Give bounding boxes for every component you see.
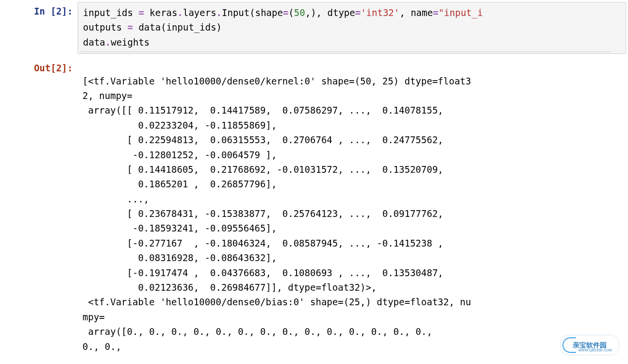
code-token: int32 xyxy=(366,7,394,18)
input-cell: In [2]: input_ids = keras.layers.Input(s… xyxy=(0,0,628,57)
code-token: = xyxy=(138,7,144,18)
code-token: name xyxy=(411,7,433,18)
code-token: ( xyxy=(161,22,166,33)
code-token: dtype xyxy=(328,7,355,18)
code-token xyxy=(133,22,138,33)
code-token: , xyxy=(399,7,411,18)
code-block: input_ids = keras.layers.Input(shape=(50… xyxy=(83,5,621,50)
code-token: = xyxy=(355,7,361,18)
code-token: ' xyxy=(394,7,399,18)
code-token: shape xyxy=(255,7,283,18)
code-token: input_ids xyxy=(166,22,216,33)
code-token: i xyxy=(477,7,482,18)
code-token: ( xyxy=(288,7,294,18)
code-token: Input xyxy=(222,7,249,18)
code-token: = xyxy=(433,7,438,18)
code-token: ) xyxy=(216,22,222,33)
code-token: weights xyxy=(111,37,149,48)
code-token: " xyxy=(438,7,444,18)
code-token: , xyxy=(316,7,328,18)
code-token: = xyxy=(283,7,288,18)
output-prompt: Out[2]: xyxy=(0,57,78,75)
code-token: , xyxy=(305,7,311,18)
output-area: [<tf.Variable 'hello10000/dense0/kernel:… xyxy=(78,57,628,364)
code-token: = xyxy=(128,22,133,33)
code-token xyxy=(144,7,149,18)
code-token: . xyxy=(216,7,222,18)
code-token: input_ids xyxy=(83,7,138,18)
code-token: input_ xyxy=(444,7,478,18)
code-token: layers xyxy=(183,7,216,18)
code-input-area[interactable]: input_ids = keras.layers.Input(shape=(50… xyxy=(78,2,626,54)
code-token: ' xyxy=(361,7,366,18)
code-token: 50 xyxy=(294,7,305,18)
output-text: [<tf.Variable 'hello10000/dense0/kernel:… xyxy=(83,74,623,354)
code-token: outputs xyxy=(83,22,128,33)
code-token: . xyxy=(178,7,183,18)
code-token: data xyxy=(138,22,161,33)
code-token: data xyxy=(83,37,105,48)
code-token: . xyxy=(105,37,111,48)
input-prompt: In [2]: xyxy=(0,0,78,18)
output-cell: Out[2]: [<tf.Variable 'hello10000/dense0… xyxy=(0,57,628,364)
code-token: ( xyxy=(249,7,255,18)
code-token: keras xyxy=(149,7,177,18)
code-token: ) xyxy=(311,7,316,18)
